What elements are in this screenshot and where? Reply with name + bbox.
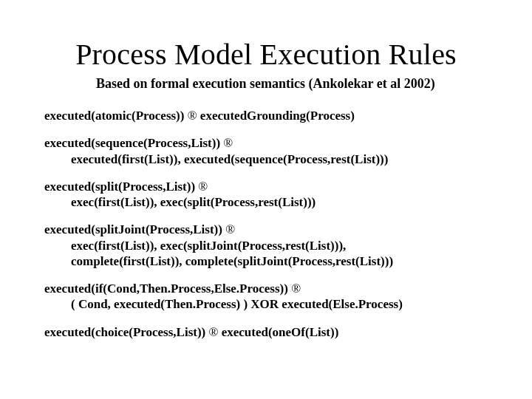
rule-splitjoint: executed(splitJoint(Process,List)) ® exe… <box>44 222 488 269</box>
rule-body: executed(first(List)), executed(sequence… <box>44 151 488 167</box>
rule-sequence: executed(sequence(Process,List)) ® execu… <box>44 135 488 167</box>
arrow-icon: ® <box>188 109 197 123</box>
arrow-icon: ® <box>291 282 301 296</box>
arrow-icon: ® <box>209 325 219 339</box>
rule-text: executed(split(Process,List)) <box>44 180 198 194</box>
rule-body: complete(first(List)), complete(splitJoi… <box>44 253 488 269</box>
rule-body: exec(first(List)), exec(splitJoint(Proce… <box>44 238 488 253</box>
rule-atomic: executed(atomic(Process)) ® executedGrou… <box>44 108 488 123</box>
rule-text: executed(oneOf(List)) <box>218 325 338 339</box>
rule-choice: executed(choice(Process,List)) ® execute… <box>44 324 488 340</box>
rule-text: executed(splitJoint(Process,List)) <box>44 222 225 236</box>
rule-text: executed(atomic(Process)) <box>44 109 188 123</box>
slide: Process Model Execution Rules Based on f… <box>0 0 532 399</box>
arrow-icon: ® <box>223 136 233 150</box>
rule-text: executed(choice(Process,List)) <box>44 325 209 339</box>
rule-if: executed(if(Cond,Then.Process,Else.Proce… <box>44 281 488 313</box>
rule-text: executedGrounding(Process) <box>197 109 355 123</box>
rule-text: executed(sequence(Process,List)) <box>44 136 223 150</box>
rule-text: executed(if(Cond,Then.Process,Else.Proce… <box>44 282 291 296</box>
slide-title: Process Model Execution Rules <box>44 37 488 72</box>
rule-body: ( Cond, executed(Then.Process) ) XOR exe… <box>44 296 488 312</box>
arrow-icon: ® <box>225 222 235 236</box>
rule-body: exec(first(List)), exec(split(Process,re… <box>44 194 488 210</box>
slide-subtitle: Based on formal execution semantics (Ank… <box>44 76 488 92</box>
arrow-icon: ® <box>198 180 208 194</box>
rule-split: executed(split(Process,List)) ® exec(fir… <box>44 179 488 211</box>
